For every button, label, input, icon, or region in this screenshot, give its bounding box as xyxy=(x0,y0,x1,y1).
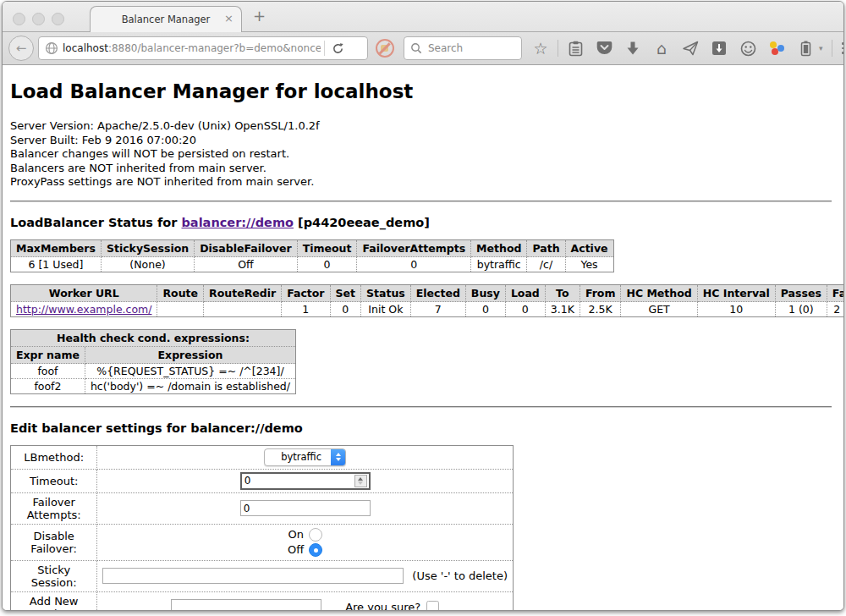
radio-off[interactable] xyxy=(309,543,322,557)
window-controls xyxy=(13,13,64,25)
toolbar-icons: ☆ ⌂ xyxy=(532,39,844,58)
search-input[interactable] xyxy=(426,41,514,55)
sticky-session-hint: (Use '-' to delete) xyxy=(412,569,508,582)
browser-window: Balancer Manager × + ← localhost:8880/ba… xyxy=(2,1,844,611)
divider xyxy=(10,201,832,202)
chevron-down-icon[interactable]: ▾ xyxy=(819,44,823,52)
disable-failover-row: Disable Failover: On Off xyxy=(11,525,513,561)
send-plane-icon[interactable] xyxy=(682,39,699,58)
radio-off-label: Off xyxy=(288,543,304,556)
loadbalancer-status-heading: LoadBalancer Status for balancer://demo … xyxy=(10,216,832,229)
radio-on-label: On xyxy=(288,528,303,541)
timeout-field-wrap xyxy=(240,472,371,490)
server-built-line: Server Built: Feb 9 2016 07:00:20 xyxy=(10,134,832,148)
table-title-row: Health check cond. expressions: xyxy=(11,330,295,347)
worker-url-link[interactable]: http://www.example.com/ xyxy=(16,303,151,316)
table-header-row: MaxMembers StickySession DisableFailover… xyxy=(11,240,613,257)
lbmethod-select[interactable]: bytraffic xyxy=(264,448,346,466)
navigation-toolbar: ← localhost:8880/balancer-manager?b=demo… xyxy=(3,32,843,65)
timeout-input[interactable] xyxy=(242,475,354,487)
window-minimize-button[interactable] xyxy=(32,13,45,25)
server-version-line: Server Version: Apache/2.5.0-dev (Unix) … xyxy=(10,119,832,134)
table-header-row: Expr name Expression xyxy=(11,347,295,364)
health-check-table: Health check cond. expressions: Expr nam… xyxy=(10,329,296,394)
add-worker-input[interactable] xyxy=(171,599,321,611)
feedback-smiley-icon[interactable] xyxy=(739,39,756,58)
table-header-row: Worker URL Route RouteRedir Factor Set S… xyxy=(11,285,844,302)
window-close-button[interactable] xyxy=(13,13,25,25)
timeout-row: Timeout: xyxy=(11,470,513,493)
table-row: foof2 hc('body') =~ /domain is establish… xyxy=(11,379,295,393)
number-spinner-icon[interactable] xyxy=(354,475,367,487)
are-you-sure-checkbox[interactable] xyxy=(426,601,439,611)
failover-attempts-label: Failover Attempts: xyxy=(11,493,97,525)
server-info: Server Version: Apache/2.5.0-dev (Unix) … xyxy=(10,119,832,190)
radio-on[interactable] xyxy=(309,528,322,542)
search-icon xyxy=(410,42,422,54)
failover-attempts-row: Failover Attempts: xyxy=(11,493,513,525)
extension-dots-icon[interactable] xyxy=(768,39,785,58)
are-you-sure-label: Are you sure? xyxy=(345,601,420,611)
menu-hamburger-icon[interactable] xyxy=(841,39,844,58)
downloads-icon[interactable] xyxy=(624,39,641,58)
edit-balancer-heading: Edit balancer settings for balancer://de… xyxy=(10,421,832,435)
disable-failover-label: Disable Failover: xyxy=(11,525,97,561)
table-row: 6 [1 Used] (None) Off 0 0 bytraffic /c/ … xyxy=(11,257,613,272)
table-row: foof %{REQUEST_STATUS} =~ /^[234]/ xyxy=(11,364,295,379)
lbmethod-selected-value: bytraffic xyxy=(275,451,327,463)
url-path: :8880/balancer-manager?b=demo&nonce=decc… xyxy=(108,42,321,54)
url-bar[interactable]: localhost:8880/balancer-manager?b=demo&n… xyxy=(38,36,368,60)
tab-strip: Balancer Manager × + xyxy=(3,2,843,32)
device-battery-icon[interactable] xyxy=(797,39,814,58)
search-bar[interactable] xyxy=(404,36,522,60)
lbmethod-row: LBmethod: bytraffic xyxy=(11,446,513,470)
balancer-settings-form: LBmethod: bytraffic Timeout: xyxy=(10,445,514,612)
toolbar-separator-2 xyxy=(832,40,832,57)
bookmark-star-icon[interactable]: ☆ xyxy=(532,39,549,58)
url-domain: localhost xyxy=(63,42,108,54)
url-divider xyxy=(324,41,325,56)
select-stepper-icon xyxy=(331,449,345,465)
balancer-demo-link[interactable]: balancer://demo xyxy=(181,216,294,229)
save-to-box-icon[interactable] xyxy=(711,39,728,58)
page-content: Load Balancer Manager for localhost Serv… xyxy=(3,65,843,611)
window-zoom-button[interactable] xyxy=(52,13,64,25)
sticky-session-input[interactable] xyxy=(102,568,404,584)
tab-title: Balancer Manager xyxy=(122,14,211,25)
page-title: Load Balancer Manager for localhost xyxy=(10,80,832,102)
globe-icon xyxy=(45,41,58,55)
proxypass-note-line: ProxyPass settings are NOT inherited fro… xyxy=(10,175,832,190)
add-worker-label: Add New Worker: xyxy=(11,592,97,612)
inherit-note-line: Balancers are NOT inherited from main se… xyxy=(10,162,832,176)
tab-close-icon[interactable]: × xyxy=(224,13,233,24)
back-button[interactable]: ← xyxy=(8,36,34,61)
new-tab-button[interactable]: + xyxy=(253,8,266,24)
toolbar-separator xyxy=(558,40,558,57)
add-worker-row: Add New Worker: Are you sure? xyxy=(11,592,513,612)
home-icon[interactable]: ⌂ xyxy=(653,39,670,58)
back-arrow-icon: ← xyxy=(16,41,27,56)
worker-table: Worker URL Route RouteRedir Factor Set S… xyxy=(10,284,844,317)
pocket-icon[interactable] xyxy=(596,39,613,58)
table-row: http://www.example.com/ 1 0 Init Ok 7 0 … xyxy=(11,302,844,316)
tab-balancer-manager[interactable]: Balancer Manager × xyxy=(90,6,242,32)
reload-icon[interactable] xyxy=(332,42,344,55)
balancer-status-table: MaxMembers StickySession DisableFailover… xyxy=(10,239,614,272)
failover-attempts-input[interactable] xyxy=(240,500,371,516)
sticky-session-label: Sticky Session: xyxy=(11,561,97,592)
timeout-label: Timeout: xyxy=(11,470,97,493)
divider xyxy=(10,406,832,408)
url-text: localhost:8880/balancer-manager?b=demo&n… xyxy=(63,42,321,54)
reading-list-icon[interactable] xyxy=(567,39,584,58)
lbmethod-label: LBmethod: xyxy=(11,446,97,470)
persist-note-line: Balancer changes will NOT be persisted o… xyxy=(10,147,832,162)
sticky-session-row: Sticky Session: (Use '-' to delete) xyxy=(11,561,513,592)
flashblock-icon[interactable] xyxy=(376,39,394,58)
